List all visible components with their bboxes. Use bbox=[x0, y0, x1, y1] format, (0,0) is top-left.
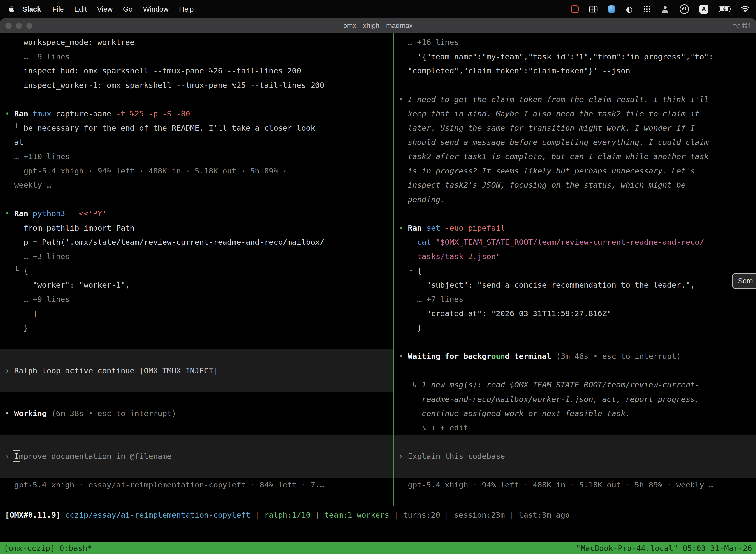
terminal-line: gpt-5.4 xhigh · 94% left · 488K in · 5.1… bbox=[394, 478, 756, 492]
terminal-line: ↳ 1 new msg(s): read $OMX_TEAM_STATE_ROO… bbox=[394, 378, 756, 392]
person-icon[interactable] bbox=[661, 5, 669, 13]
terminal-line: • Waiting for background terminal (3m 46… bbox=[394, 349, 756, 364]
minimize-button[interactable] bbox=[16, 22, 22, 29]
text-segment: | bbox=[505, 510, 519, 519]
text-segment: readme-and-reco/mailbox/worker-1.json, a… bbox=[398, 395, 699, 403]
menu-item-go[interactable]: Go bbox=[118, 5, 138, 13]
terminal-line: inspect_hud: omx sparkshell --tmux-pane … bbox=[0, 64, 393, 78]
text-segment: inspect_worker-1: omx sparkshell --tmux-… bbox=[5, 81, 324, 90]
terminal-line: } bbox=[0, 321, 393, 335]
blue-app-icon[interactable] bbox=[608, 5, 615, 13]
text-segment: … +9 lines bbox=[5, 295, 70, 303]
text-segment: tmux bbox=[33, 109, 56, 118]
terminal-pane-left[interactable]: workspace_mode: worktree … +9 lines insp… bbox=[0, 33, 393, 492]
tmux-session-label: [omx-cczip] 0:bash* bbox=[4, 544, 92, 553]
text-segment: └ bbox=[5, 123, 23, 132]
text-segment: last:3m ago bbox=[519, 510, 570, 519]
terminal-line bbox=[0, 92, 393, 107]
inject-input-line[interactable]: › Ralph loop active continue [OMX_TMUX_I… bbox=[0, 364, 393, 378]
input-source-icon[interactable]: A bbox=[699, 5, 708, 14]
text-segment: inspect_hud: omx sparkshell --tmux-pane … bbox=[5, 66, 301, 75]
text-segment: at bbox=[5, 138, 23, 147]
text-segment: Ran bbox=[14, 209, 33, 218]
text-segment: └ bbox=[5, 266, 23, 275]
text-segment: mprove documentation in @filename bbox=[19, 452, 172, 461]
screen-recording-icon[interactable] bbox=[571, 5, 579, 13]
text-segment: '{"team_name":"my-team","task_id":"1","f… bbox=[398, 52, 713, 61]
terminal-line bbox=[0, 335, 393, 349]
terminal-line: should send a message before completing … bbox=[394, 135, 756, 150]
text-segment: pending. bbox=[398, 195, 445, 204]
text-segment bbox=[398, 252, 417, 261]
text-segment: (3m 46s • esc to interrupt) bbox=[556, 352, 681, 361]
terminal-line: • Working (6m 38s • esc to interrupt) bbox=[0, 406, 393, 421]
menu-item-view[interactable]: View bbox=[92, 5, 118, 13]
text-segment: { bbox=[417, 266, 422, 275]
text-segment: team:1 workers bbox=[324, 510, 389, 519]
text-segment: "completed","claim_token":"claim-token"}… bbox=[398, 66, 630, 75]
terminal-line: is in progress? It seems likely but perh… bbox=[394, 164, 756, 178]
pane-left-lines: workspace_mode: worktree … +9 lines insp… bbox=[0, 35, 393, 492]
text-segment: - <<'PY' bbox=[70, 209, 107, 218]
terminal-line: task2 after task1 is complete, but can I… bbox=[394, 150, 756, 164]
terminal-line bbox=[0, 349, 393, 364]
text-segment: › bbox=[398, 452, 408, 461]
text-segment: › bbox=[5, 452, 14, 461]
grid-icon[interactable] bbox=[589, 6, 597, 13]
dots-grid-icon[interactable] bbox=[643, 5, 651, 13]
text-segment: I bbox=[14, 452, 19, 461]
terminal-line: "worker": "worker-1", bbox=[0, 278, 393, 292]
menu-item-slack[interactable]: Slack bbox=[16, 5, 47, 13]
text-segment: └ bbox=[398, 266, 417, 275]
text-segment: • bbox=[5, 109, 14, 118]
text-segment: ↳ bbox=[398, 380, 422, 389]
terminal-line bbox=[394, 435, 756, 449]
terminal-line: p = Path('.omx/state/team/review-current… bbox=[0, 235, 393, 250]
text-segment: { bbox=[23, 266, 28, 275]
text-segment: … +7 lines bbox=[398, 295, 463, 303]
battery-icon[interactable] bbox=[719, 6, 730, 12]
gauge-61-icon[interactable]: 61 bbox=[680, 4, 689, 14]
text-segment: tasks/task-2.json" bbox=[417, 252, 501, 261]
menu-item-help[interactable]: Help bbox=[174, 5, 199, 13]
text-segment: "subject": "send a concise recommendatio… bbox=[398, 280, 695, 289]
text-segment: Ran bbox=[408, 223, 426, 232]
omx-status-text: [OMX#0.11.9] cczip/essay/ai-reimplementa… bbox=[0, 508, 756, 522]
text-segment: cczip/essay/ai-reimplementation-copyleft bbox=[65, 510, 251, 519]
composer-input-line[interactable]: › Explain this codebase bbox=[394, 449, 756, 464]
terminal-line bbox=[394, 364, 756, 378]
text-segment: "worker": "worker-1", bbox=[5, 280, 130, 289]
terminal-line: pending. bbox=[394, 192, 756, 207]
composer-input-line[interactable]: › Improve documentation in @filename bbox=[0, 449, 393, 464]
text-segment: be necessary for the end of the README. … bbox=[23, 123, 315, 132]
text-segment: cat bbox=[417, 237, 436, 246]
window-shortcut: ⌥⌘1 bbox=[733, 21, 752, 30]
menu-item-window[interactable]: Window bbox=[138, 5, 174, 13]
terminal-line: cat "$OMX_TEAM_STATE_ROOT/team/review-cu… bbox=[394, 235, 756, 250]
text-segment: ralph:1/10 bbox=[264, 510, 311, 519]
zoom-button[interactable] bbox=[26, 22, 33, 29]
contrast-icon[interactable]: ◐ bbox=[626, 5, 632, 13]
terminal-line: "created_at": "2026-03-31T11:59:27.816Z" bbox=[394, 307, 756, 321]
terminal-pane-right[interactable]: … +16 lines '{"team_name":"my-team","tas… bbox=[394, 33, 756, 492]
text-segment: oun bbox=[491, 352, 505, 361]
terminal-line: tasks/task-2.json" bbox=[394, 250, 756, 264]
menu-item-file[interactable]: File bbox=[47, 5, 69, 13]
text-segment: [OMX#0.11.9] bbox=[5, 510, 65, 519]
text-segment: gpt-5.4 xhigh · essay/ai-reimplementatio… bbox=[5, 480, 324, 489]
terminal-line: inspect task2's JSON, focusing on the st… bbox=[394, 178, 756, 192]
terminal-line: • Ran python3 - <<'PY' bbox=[0, 207, 393, 221]
terminal-line bbox=[0, 463, 393, 478]
menu-item-edit[interactable]: Edit bbox=[69, 5, 92, 13]
text-segment: -t %25 -p -S -80 bbox=[116, 109, 190, 118]
terminal-line: gpt-5.4 xhigh · essay/ai-reimplementatio… bbox=[0, 478, 393, 492]
wifi-icon[interactable] bbox=[741, 6, 750, 13]
close-button[interactable] bbox=[5, 22, 12, 29]
text-segment: weekly … bbox=[5, 180, 51, 189]
text-segment: ⌥ + ↑ edit bbox=[398, 423, 468, 432]
text-segment: • bbox=[398, 95, 408, 104]
terminal-line: gpt-5.4 xhigh · 94% left · 488K in · 5.1… bbox=[0, 164, 393, 178]
apple-icon[interactable] bbox=[8, 5, 14, 13]
window-title: omx --xhigh --madmax bbox=[343, 21, 413, 30]
text-segment: gpt-5.4 xhigh · 94% left · 488K in · 5.1… bbox=[5, 166, 287, 175]
